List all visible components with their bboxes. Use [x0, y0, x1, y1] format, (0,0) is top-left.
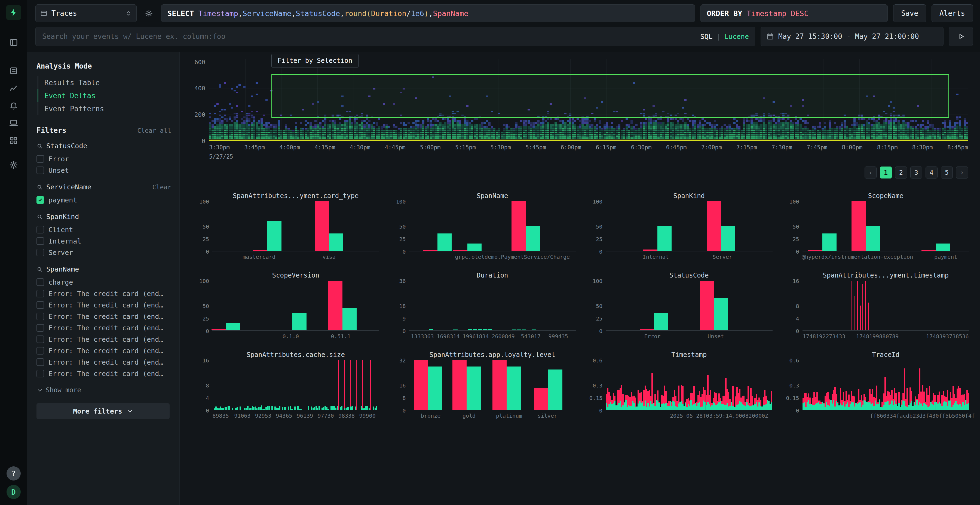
- source-settings-gear-icon[interactable]: [142, 6, 156, 20]
- search-icon[interactable]: [37, 214, 43, 220]
- lang-sql-option[interactable]: SQL: [700, 33, 713, 41]
- floor-bar: [256, 408, 258, 410]
- filter-option[interactable]: Error: [37, 153, 171, 165]
- filter-option[interactable]: Error: The credit card (end…: [37, 368, 171, 379]
- mini-chart-plot[interactable]: [409, 360, 576, 410]
- mini-chart-plot[interactable]: [212, 281, 379, 331]
- filter-option[interactable]: Client: [37, 224, 171, 235]
- search-icon[interactable]: [37, 184, 43, 191]
- mini-chart-plot[interactable]: [802, 281, 969, 331]
- filter-option[interactable]: payment: [37, 194, 171, 206]
- floor-bar: [332, 406, 334, 410]
- source-select[interactable]: Traces: [35, 4, 137, 22]
- clear-all-filters-button[interactable]: Clear all: [137, 127, 171, 134]
- filter-option[interactable]: charge: [37, 276, 171, 288]
- sessions-laptop-icon[interactable]: [7, 116, 20, 130]
- dashboards-grid-icon[interactable]: [7, 134, 20, 147]
- page-button-2[interactable]: 2: [895, 167, 907, 178]
- mini-chart-plot[interactable]: [606, 201, 773, 251]
- search-icon[interactable]: [37, 266, 43, 273]
- alerts-bell-icon[interactable]: [7, 99, 20, 112]
- chart-explorer-icon[interactable]: [7, 82, 20, 95]
- settings-gear-icon[interactable]: [7, 158, 20, 172]
- page-button-5[interactable]: 5: [941, 167, 953, 178]
- show-more-button[interactable]: Show more: [37, 386, 171, 394]
- mini-chart-plot[interactable]: [606, 281, 773, 331]
- filter-option[interactable]: Error: The credit card (end…: [37, 322, 171, 333]
- filter-option[interactable]: Error: The credit card (end…: [37, 345, 171, 356]
- filter-checkbox[interactable]: [37, 335, 44, 343]
- filter-checkbox[interactable]: [37, 155, 44, 163]
- filter-option[interactable]: Server: [37, 247, 171, 258]
- analysis-mode-event-deltas[interactable]: Event Deltas: [38, 89, 171, 102]
- events-heatmap: 6004002000 Filter by Selection 3:30pm3:4…: [192, 59, 968, 160]
- page-next-button[interactable]: ›: [956, 167, 968, 178]
- mini-chart-plot[interactable]: [409, 201, 576, 251]
- y-tick-label: 25: [596, 236, 603, 243]
- x-tick-label: 19961834: [463, 333, 488, 340]
- filter-group-clear-button[interactable]: Clear: [153, 184, 171, 191]
- filter-checkbox[interactable]: [37, 301, 44, 309]
- search-input[interactable]: [41, 32, 695, 41]
- filter-group-header: SpanName: [37, 265, 171, 273]
- sidebar-toggle-icon[interactable]: [7, 36, 20, 49]
- filter-checkbox[interactable]: [37, 196, 44, 204]
- filter-option[interactable]: Error: The credit card (end…: [37, 311, 171, 322]
- page-prev-button[interactable]: ‹: [865, 167, 877, 178]
- mini-chart-plot[interactable]: [212, 201, 379, 251]
- filter-option[interactable]: Internal: [37, 235, 171, 247]
- filter-checkbox[interactable]: [37, 324, 44, 332]
- filter-checkbox[interactable]: [37, 347, 44, 354]
- filter-checkbox[interactable]: [37, 290, 44, 297]
- mini-chart-plot[interactable]: [409, 281, 576, 331]
- search-bar[interactable]: SQL | Lucene: [35, 27, 755, 46]
- heatmap-selection-region[interactable]: [271, 74, 949, 118]
- heatmap-y-tick: 200: [194, 111, 205, 118]
- bar: [428, 367, 442, 410]
- page-button-3[interactable]: 3: [910, 167, 922, 178]
- search-icon[interactable]: [37, 143, 43, 149]
- app-logo[interactable]: [6, 5, 21, 20]
- filter-checkbox[interactable]: [37, 313, 44, 320]
- page-button-1[interactable]: 1: [880, 167, 892, 178]
- analysis-mode-event-patterns[interactable]: Event Patterns: [38, 102, 171, 115]
- sql-select-editor[interactable]: SELECT Timestamp,ServiceName,StatusCode,…: [161, 4, 695, 22]
- filter-option[interactable]: Error: The credit card (end…: [37, 299, 171, 311]
- floor-bar: [409, 330, 414, 330]
- floor-bar: [488, 329, 492, 330]
- time-range-picker[interactable]: May 27 15:30:00 - May 27 21:00:00: [760, 27, 943, 46]
- filter-checkbox[interactable]: [37, 167, 44, 174]
- more-filters-button[interactable]: More filters: [37, 403, 170, 419]
- filter-checkbox[interactable]: [37, 249, 44, 256]
- filter-option[interactable]: Unset: [37, 165, 171, 176]
- heatmap-y-tick: 400: [194, 85, 205, 92]
- filter-option[interactable]: Error: The credit card (end…: [37, 288, 171, 299]
- mini-chart-plot[interactable]: [802, 360, 969, 410]
- query-token: 1e6: [411, 9, 424, 18]
- filter-option[interactable]: Error: The credit card (end…: [37, 333, 171, 345]
- run-query-button[interactable]: [949, 27, 973, 46]
- bar: [315, 201, 329, 251]
- search-logs-icon[interactable]: [7, 64, 20, 77]
- filter-checkbox[interactable]: [37, 226, 44, 233]
- mini-chart-scopeversion: ScopeVersion100502500.1.00.51.1: [195, 270, 379, 340]
- page-button-4[interactable]: 4: [926, 167, 937, 178]
- help-button[interactable]: ?: [6, 466, 21, 481]
- filter-checkbox[interactable]: [37, 278, 44, 286]
- mini-chart-plot[interactable]: [212, 360, 379, 410]
- filter-by-selection-button[interactable]: Filter by Selection: [271, 54, 359, 67]
- mini-chart-plot[interactable]: [606, 360, 773, 410]
- filter-option[interactable]: Error: The credit card (end…: [37, 356, 171, 368]
- filter-checkbox[interactable]: [37, 358, 44, 366]
- order-by-editor[interactable]: ORDER BYTimestamp DESC: [700, 4, 888, 22]
- filter-checkbox[interactable]: [37, 370, 44, 377]
- filter-checkbox[interactable]: [37, 237, 44, 245]
- user-avatar[interactable]: D: [6, 485, 21, 499]
- save-button[interactable]: Save: [893, 4, 926, 22]
- analysis-mode-results-table[interactable]: Results Table: [38, 76, 171, 89]
- lang-lucene-option[interactable]: Lucene: [724, 33, 749, 41]
- alerts-button[interactable]: Alerts: [932, 4, 973, 22]
- query-token: StatusCode: [296, 9, 340, 18]
- heatmap-plot[interactable]: Filter by Selection: [209, 59, 968, 141]
- mini-chart-plot[interactable]: [802, 201, 969, 251]
